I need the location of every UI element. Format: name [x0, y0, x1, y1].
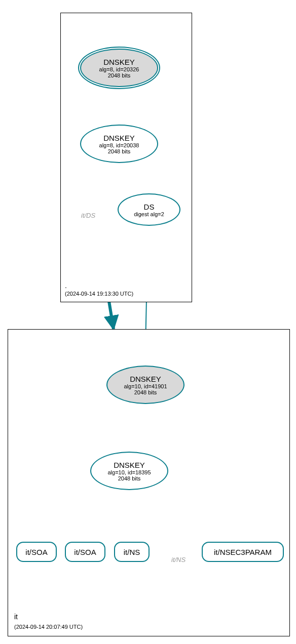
node-title: DS	[144, 203, 155, 211]
node-digest: digest alg=2	[134, 211, 164, 217]
node-alg: alg=8, id=20326	[99, 66, 139, 72]
node-alg: alg=8, id=20038	[99, 142, 139, 148]
node-title: DNSKEY	[114, 461, 145, 469]
node-root-ksk[interactable]: DNSKEY alg=8, id=20326 2048 bits	[80, 49, 158, 87]
rrset-it-soa-1[interactable]: it/SOA	[16, 542, 57, 562]
rrset-it-ns[interactable]: it/NS	[114, 542, 150, 562]
zone-it-timestamp: (2024-09-14 20:07:49 UTC)	[14, 624, 83, 630]
node-bits: 2048 bits	[118, 475, 141, 481]
phantom-it-ns: it/NS	[171, 556, 186, 564]
node-it-ksk[interactable]: DNSKEY alg=10, id=41901 2048 bits	[106, 366, 184, 404]
rrset-it-soa-2[interactable]: it/SOA	[65, 542, 105, 562]
node-bits: 2048 bits	[108, 148, 131, 154]
phantom-it-ds: it/DS	[81, 212, 95, 219]
node-bits: 2048 bits	[108, 72, 131, 78]
node-title: DNSKEY	[103, 134, 135, 142]
rrset-it-nsec3param[interactable]: it/NSEC3PARAM	[202, 542, 284, 562]
node-ds[interactable]: DS digest alg=2	[118, 193, 180, 226]
node-alg: alg=10, id=41901	[124, 383, 167, 389]
zone-root-timestamp: (2024-09-14 19:13:30 UTC)	[65, 291, 133, 297]
zone-it-label: it	[14, 613, 18, 621]
node-root-zsk[interactable]: DNSKEY alg=8, id=20038 2048 bits	[80, 125, 158, 163]
node-it-zsk[interactable]: DNSKEY alg=10, id=18395 2048 bits	[90, 452, 168, 490]
zone-root-label: .	[65, 281, 67, 290]
node-bits: 2048 bits	[134, 389, 157, 395]
node-alg: alg=10, id=18395	[107, 469, 151, 475]
node-title: DNSKEY	[130, 375, 161, 383]
node-title: DNSKEY	[103, 58, 135, 66]
